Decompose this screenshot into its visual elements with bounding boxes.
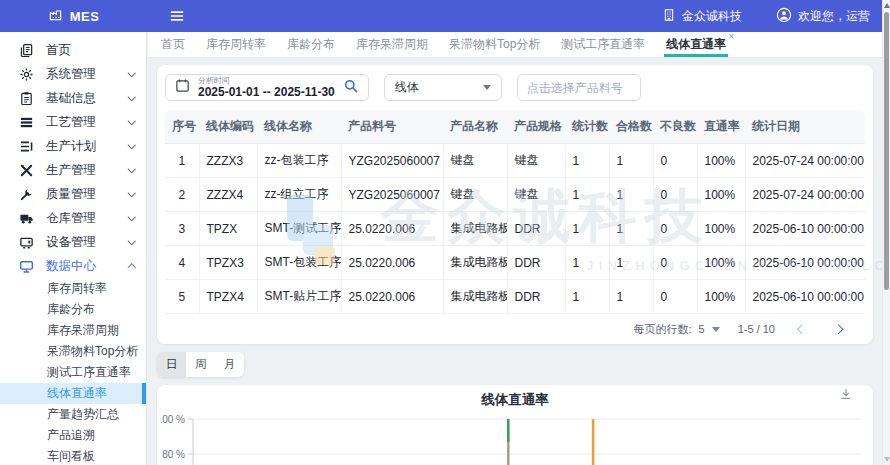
sidebar-item-label: 基础信息 (46, 90, 96, 107)
sidebar-item-home[interactable]: 首页 (0, 38, 146, 62)
next-page-button[interactable] (829, 320, 847, 338)
menu-icon[interactable] (169, 8, 185, 24)
content: 分析时间 2025-01-01 -- 2025-11-30 线体 序号线体编码线… (148, 58, 882, 465)
table-cell: 键盘 (443, 178, 507, 212)
column-header: 序号 (165, 110, 199, 144)
company-name: 金众诚科技 (682, 8, 742, 25)
sidebar-menu: 首页系统管理基础信息工艺管理生产计划生产管理质量管理仓库管理设备管理数据中心库存… (0, 32, 147, 465)
column-header: 产品规格 (507, 110, 565, 144)
sidebar-subitem-inventory-turnover[interactable]: 库存周转率 (0, 278, 146, 299)
table-cell: 5 (165, 280, 199, 314)
table-cell: DDR (507, 246, 565, 280)
tab-home[interactable]: 首页 (161, 32, 185, 57)
date-range-value: 2025-01-01 -- 2025-11-30 (198, 86, 335, 98)
table-cell: 0 (653, 212, 697, 246)
column-header: 统计数 (565, 110, 609, 144)
scroll-up-arrow[interactable] (884, 3, 890, 8)
chevron-down-icon (127, 237, 135, 245)
sidebar-subitem-inventory-age[interactable]: 库龄分布 (0, 299, 146, 320)
table-row[interactable]: 4TPZX3SMT-包装工序25.0220.006集成电路板DDR110100%… (165, 246, 865, 280)
svg-text:80 %: 80 % (162, 449, 185, 460)
date-range-picker[interactable]: 分析时间 2025-01-01 -- 2025-11-30 (165, 74, 369, 101)
sidebar-subitem-output-trend-summary[interactable]: 产量趋势汇总 (0, 404, 146, 425)
sidebar-subitem-line-fpy[interactable]: 线体直通率 (0, 383, 146, 404)
tab-inventory-turnover[interactable]: 库存周转率 (206, 32, 266, 57)
pagination-range: 1-5 / 10 (738, 323, 775, 335)
prev-page-button[interactable] (793, 320, 811, 338)
tab-label: 库存周转率 (206, 36, 266, 53)
sidebar-item-label: 数据中心 (46, 258, 96, 275)
sidebar-item-warehouse-management[interactable]: 仓库管理 (0, 206, 146, 230)
table-cell: 0 (653, 178, 697, 212)
table-cell: 25.0220.006 (341, 280, 443, 314)
chevron-down-icon (127, 165, 135, 173)
scrollbar-thumb[interactable] (884, 12, 889, 290)
period-month-button[interactable]: 月 (215, 352, 244, 377)
tab-stagnant-material-top[interactable]: 呆滞物料Top分析 (449, 32, 540, 57)
table-cell: 2025-07-24 00:00:00 (745, 178, 865, 212)
fpy-line-chart-svg: 100 %80 %60 % (161, 411, 867, 465)
sidebar-subitem-inventory-stagnation-cycle[interactable]: 库存呆滞周期 (0, 320, 146, 341)
user-menu[interactable]: 欢迎您，运营 (776, 7, 870, 26)
vertical-scrollbar[interactable] (882, 0, 890, 465)
sidebar-subitem-label: 呆滞物料Top分析 (47, 343, 138, 360)
truck-icon (19, 211, 34, 226)
table-cell: 2025-06-10 00:00:00 (745, 280, 865, 314)
sidebar-item-quality-management[interactable]: 质量管理 (0, 182, 146, 206)
tab-line-fpy[interactable]: 线体直通率× (666, 32, 726, 57)
avatar-icon (776, 7, 792, 26)
table-cell: ZZZX3 (199, 144, 257, 178)
table-body: 1ZZZX3zz-包装工序YZG2025060007键盘键盘110100%202… (165, 144, 865, 314)
table-cell: SMT-测试工序 (257, 212, 341, 246)
table-cell: TPZX4 (199, 280, 257, 314)
sidebar-item-equipment-management[interactable]: 设备管理 (0, 230, 146, 254)
wrench-icon (19, 187, 34, 202)
sidebar-item-data-center[interactable]: 数据中心 (0, 254, 146, 278)
sidebar-item-label: 仓库管理 (46, 210, 96, 227)
chevron-down-icon (127, 213, 135, 221)
table-row[interactable]: 3TPZXSMT-测试工序25.0220.006集成电路板DDR110100%2… (165, 212, 865, 246)
sidebar-item-basic-info[interactable]: 基础信息 (0, 86, 146, 110)
scroll-down-arrow[interactable] (884, 457, 890, 462)
table-cell: 2 (165, 178, 199, 212)
table-cell: TPZX (199, 212, 257, 246)
sidebar-item-process-management[interactable]: 工艺管理 (0, 110, 146, 134)
table-cell: YZG2025060007 (341, 144, 443, 178)
table-cell: YZG2025060007 (341, 178, 443, 212)
tab-test-process-fpy[interactable]: 测试工序直通率 (561, 32, 645, 57)
sidebar-item-system-management[interactable]: 系统管理 (0, 62, 146, 86)
sidebar-item-label: 设备管理 (46, 234, 96, 251)
table-row[interactable]: 2ZZZX4zz-组立工序YZG2025060007键盘键盘110100%202… (165, 178, 865, 212)
product-code-input[interactable] (517, 74, 641, 101)
table-cell: SMT-包装工序 (257, 246, 341, 280)
tools-icon (19, 163, 34, 178)
line-select[interactable]: 线体 (384, 74, 502, 101)
sidebar-subitem-workshop-board[interactable]: 车间看板 (0, 446, 146, 465)
close-icon[interactable]: × (729, 32, 735, 42)
table-row[interactable]: 5TPZX4SMT-贴片工序25.0220.006集成电路板DDR110100%… (165, 280, 865, 314)
download-icon[interactable] (839, 387, 853, 405)
table-cell: 1 (565, 280, 609, 314)
table-cell: 100% (697, 212, 745, 246)
period-day-button[interactable]: 日 (157, 352, 186, 377)
table-cell: 1 (565, 246, 609, 280)
table-cell: 1 (609, 246, 653, 280)
period-week-button[interactable]: 周 (186, 352, 215, 377)
chevron-down-icon (127, 141, 135, 149)
column-header: 线体名称 (257, 110, 341, 144)
search-icon[interactable] (343, 78, 359, 98)
table-cell: 100% (697, 246, 745, 280)
sidebar-subitem-test-process-fpy[interactable]: 测试工序直通率 (0, 362, 146, 383)
tab-inventory-age[interactable]: 库龄分布 (287, 32, 335, 57)
tab-label: 库存呆滞周期 (356, 36, 428, 53)
sidebar-subitem-product-trace[interactable]: 产品追溯 (0, 425, 146, 446)
rows-per-page[interactable]: 每页的行数: 5 (634, 322, 720, 337)
tab-inventory-stagnation-cycle[interactable]: 库存呆滞周期 (356, 32, 428, 57)
table-cell: 集成电路板 (443, 212, 507, 246)
sidebar-item-production-management[interactable]: 生产管理 (0, 158, 146, 182)
table-cell: zz-包装工序 (257, 144, 341, 178)
table-row[interactable]: 1ZZZX3zz-包装工序YZG2025060007键盘键盘110100%202… (165, 144, 865, 178)
sidebar-item-production-plan[interactable]: 生产计划 (0, 134, 146, 158)
sidebar-subitem-stagnant-material-top[interactable]: 呆滞物料Top分析 (0, 341, 146, 362)
table-cell: 0 (653, 144, 697, 178)
